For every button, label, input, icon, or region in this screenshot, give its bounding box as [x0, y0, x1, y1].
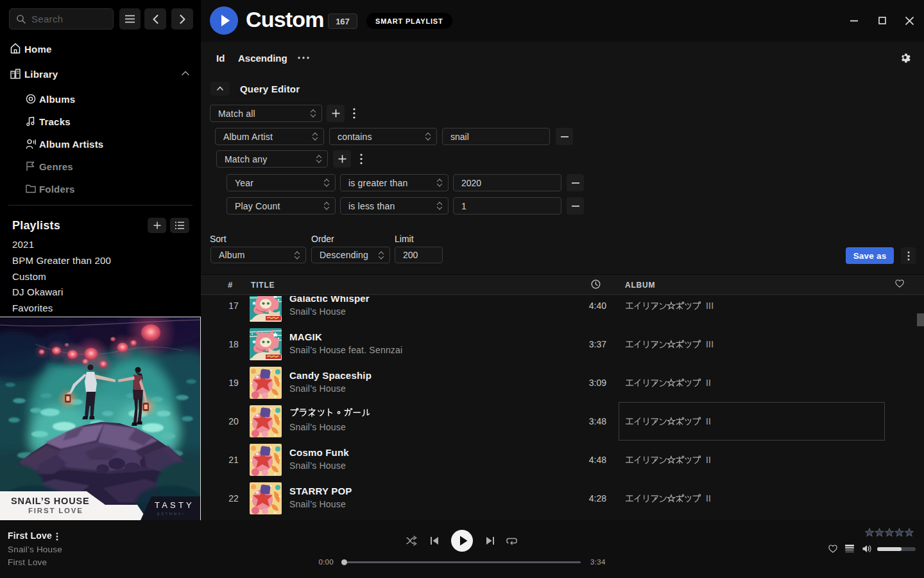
svg-text:FIRST LOVE: FIRST LOVE	[28, 507, 83, 514]
svg-text:SNAIL’S HOUSE: SNAIL’S HOUSE	[11, 496, 89, 506]
svg-text:TASTY: TASTY	[155, 500, 194, 510]
svg-text:ESTMMXI: ESTMMXI	[157, 512, 185, 516]
